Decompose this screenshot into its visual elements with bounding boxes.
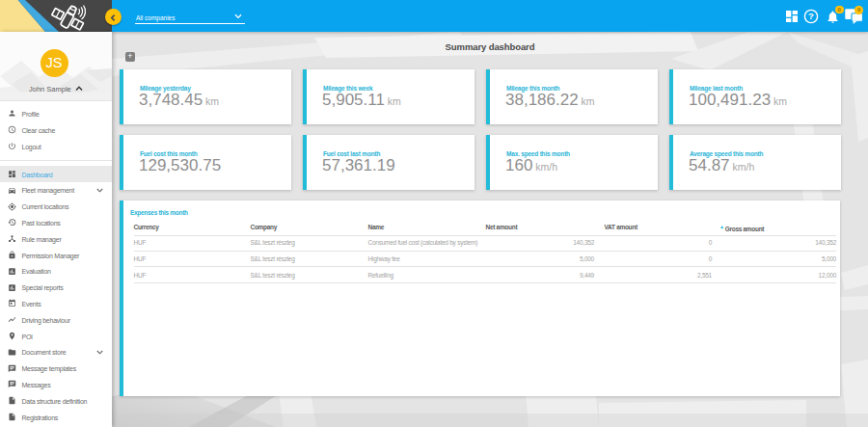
svg-text:?: ? bbox=[808, 11, 814, 21]
